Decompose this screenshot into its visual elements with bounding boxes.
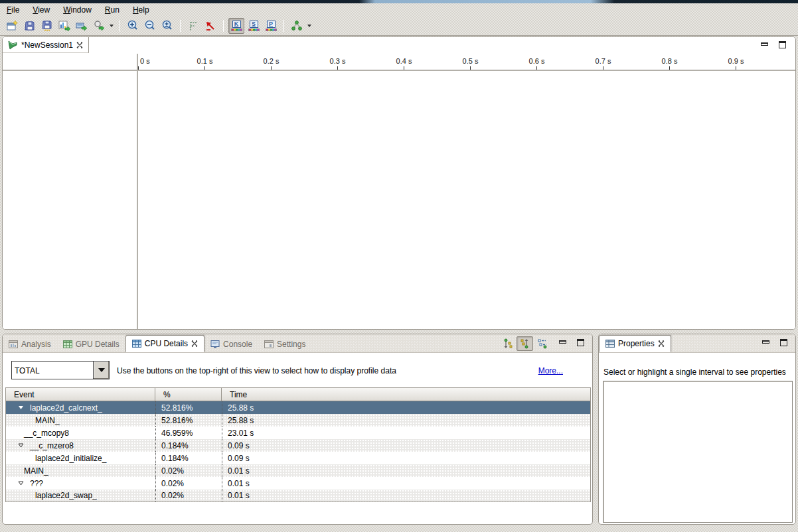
table-row[interactable]: __c_mzero8 0.184% 0.09 s <box>6 439 590 452</box>
tab-properties[interactable]: Properties <box>599 335 671 352</box>
details-tab-bar: Analysis GPU Details CPU Details Console… <box>3 334 592 353</box>
column-header-event[interactable]: Event <box>6 388 155 401</box>
properties-icon <box>605 340 615 348</box>
tab-gpu-details[interactable]: GPU Details <box>57 336 125 352</box>
table-row[interactable]: MAIN_ 52.816% 25.88 s <box>6 414 590 427</box>
view-code-structure-button[interactable] <box>534 336 550 351</box>
stream-view-toggle[interactable]: S <box>246 18 262 34</box>
column-header-percent[interactable]: % <box>155 388 222 401</box>
details-panel: Analysis GPU Details CPU Details Console… <box>2 334 593 525</box>
maximize-icon[interactable] <box>780 339 787 346</box>
properties-hint-text: Select or highlight a single interval to… <box>603 367 786 377</box>
properties-panel: Properties Select or highlight a single … <box>598 334 796 525</box>
new-session-icon <box>7 20 19 32</box>
toolbar-separator <box>223 20 224 32</box>
maximize-icon[interactable] <box>779 41 786 48</box>
profile-application-button[interactable] <box>56 18 72 34</box>
editor-tab-bar: *NewSession1 <box>3 37 795 53</box>
topology-button[interactable] <box>289 18 305 34</box>
new-session-button[interactable] <box>5 18 21 34</box>
zoom-fit-button[interactable] <box>159 18 175 34</box>
process-view-toggle[interactable]: P <box>263 18 279 34</box>
analysis-icon <box>9 340 18 348</box>
kernel-k-icon: K <box>231 21 242 31</box>
menu-file[interactable]: File <box>7 5 19 15</box>
menu-run[interactable]: Run <box>105 5 120 15</box>
column-header-time[interactable]: Time <box>222 388 590 401</box>
table-row[interactable]: laplace2d_calcnext_ 52.816% 25.88 s <box>6 401 590 414</box>
expand-arrow-icon[interactable] <box>18 405 24 410</box>
topology-dropdown-caret-icon[interactable] <box>307 25 311 27</box>
timeline-row-labels-pane <box>3 71 137 329</box>
search-dropdown-caret-icon[interactable] <box>110 25 114 27</box>
save-as-icon <box>42 21 52 31</box>
tree-bottom-up-icon <box>520 338 530 349</box>
expand-arrow-icon[interactable] <box>18 443 24 448</box>
process-p-icon: P <box>266 21 277 31</box>
zoom-out-button[interactable] <box>142 18 158 34</box>
save-as-button[interactable] <box>39 18 55 34</box>
menu-help[interactable]: Help <box>133 5 149 15</box>
settings-icon <box>264 340 274 348</box>
kernel-view-toggle[interactable]: K <box>228 18 244 34</box>
save-button[interactable] <box>22 18 38 34</box>
tab-console[interactable]: Console <box>204 336 258 352</box>
expand-arrow-icon[interactable] <box>18 481 24 486</box>
combo-dropdown-button[interactable] <box>93 362 109 379</box>
save-icon <box>25 21 35 31</box>
minimize-icon[interactable] <box>761 42 768 46</box>
main-toolbar: K S P <box>0 17 798 36</box>
session-tab[interactable]: *NewSession1 <box>3 37 89 53</box>
tab-cpu-details[interactable]: CPU Details <box>125 335 204 352</box>
console-icon <box>210 340 220 348</box>
table-row[interactable]: ??? 0.02% 0.01 s <box>6 477 590 490</box>
flag-f-icon <box>188 21 199 31</box>
properties-content-area <box>603 381 793 523</box>
mode-combo-value: TOTAL <box>12 362 93 379</box>
menu-bar: File View Window Run Help <box>0 3 798 17</box>
gpu-details-icon <box>63 340 72 348</box>
tab-settings[interactable]: Settings <box>258 336 311 352</box>
close-icon[interactable] <box>76 42 83 48</box>
session-tab-title: *NewSession1 <box>21 40 73 50</box>
cpu-details-icon <box>132 340 141 348</box>
zoom-out-icon <box>144 20 156 32</box>
flag-marker-button[interactable] <box>185 18 201 34</box>
table-row[interactable]: __c_mcopy8 46.959% 23.01 s <box>6 427 590 439</box>
view-top-down-button[interactable] <box>499 336 516 351</box>
close-icon[interactable] <box>658 340 665 347</box>
more-link[interactable]: More... <box>538 366 563 375</box>
toolbar-separator <box>283 20 284 32</box>
minimize-icon[interactable] <box>559 340 566 344</box>
close-icon[interactable] <box>191 340 198 347</box>
tab-analysis[interactable]: Analysis <box>3 336 57 352</box>
table-row[interactable]: MAIN_ 0.02% 0.01 s <box>6 464 590 477</box>
toolbar-separator <box>120 20 120 32</box>
menu-window[interactable]: Window <box>63 5 92 15</box>
session-icon <box>8 40 18 50</box>
zoom-fit-icon <box>161 20 173 32</box>
properties-tab-bar: Properties <box>599 334 795 353</box>
timeline-panel: *NewSession1 0 s 0.1 s 0.2 s 0.3 s 0.4 s… <box>2 36 796 330</box>
search-analyze-button[interactable] <box>91 18 107 34</box>
zoom-in-button[interactable] <box>125 18 141 34</box>
table-row[interactable]: laplace2d_swap_ 0.02% 0.01 s <box>6 490 590 502</box>
timeline-canvas <box>138 71 795 329</box>
export-card-icon <box>76 20 88 32</box>
tree-top-down-icon <box>503 338 513 349</box>
details-controls-row: TOTAL Use the buttons on the top-right o… <box>3 358 592 381</box>
red-arrow-icon <box>205 21 216 31</box>
details-hint-text: Use the buttons on the top-right of this… <box>117 366 396 375</box>
table-row[interactable]: laplace2d_initialize_ 0.184% 0.09 s <box>6 452 590 464</box>
view-bottom-up-button[interactable] <box>517 336 533 351</box>
topology-graph-icon <box>291 20 303 32</box>
goto-marker-button[interactable] <box>202 18 218 34</box>
chevron-down-icon <box>98 368 105 372</box>
maximize-icon[interactable] <box>577 339 584 346</box>
toolbar-separator <box>180 20 181 32</box>
minimize-icon[interactable] <box>762 340 769 344</box>
mode-combo[interactable]: TOTAL <box>11 361 110 379</box>
cpu-details-table: Event % Time laplace2d_calcnext_ 52.816%… <box>5 387 591 502</box>
menu-view[interactable]: View <box>33 5 50 15</box>
export-timeline-button[interactable] <box>74 18 90 34</box>
